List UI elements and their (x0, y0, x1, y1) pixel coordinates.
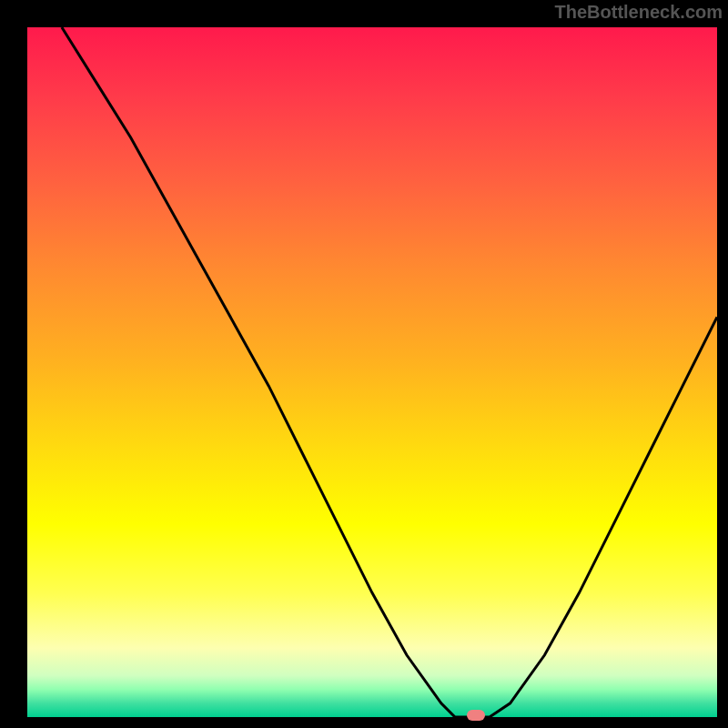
watermark-text: TheBottleneck.com (555, 2, 723, 23)
optimal-marker (467, 710, 485, 721)
curve-svg (27, 27, 717, 717)
plot-area (27, 27, 717, 717)
bottleneck-curve (62, 27, 717, 717)
